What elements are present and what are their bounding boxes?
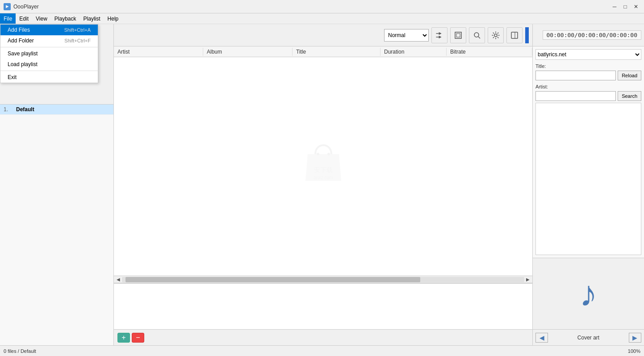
reload-button[interactable]: Reload	[618, 71, 641, 80]
lyrics-source-select[interactable]: batlyrics.net	[535, 49, 641, 60]
fit-window-button[interactable]	[450, 27, 466, 43]
remove-track-button[interactable]: −	[132, 333, 144, 343]
maximize-button[interactable]: □	[621, 2, 630, 11]
menu-load-playlist[interactable]: Load playlist	[0, 59, 98, 70]
scroll-right-arrow[interactable]: ▶	[524, 276, 531, 283]
menu-bar: File Edit View Playback Playlist Help Ad…	[0, 13, 644, 24]
main-toolbar: Normal Shuffle Repeat	[114, 24, 532, 46]
right-toolbar: 00:00:00/00:00:00/00:00:00	[533, 24, 644, 46]
menu-playback[interactable]: Playback	[51, 13, 80, 24]
scroll-left-arrow[interactable]: ◀	[115, 276, 122, 283]
lyrics-content: batlyrics.net Title: Reload Artist: Sear…	[533, 46, 644, 258]
search-lyrics-button[interactable]: Search	[618, 91, 641, 101]
playlist-item-name: Default	[16, 106, 34, 113]
col-bitrate: Bitrate	[447, 48, 532, 56]
close-button[interactable]: ✕	[631, 2, 640, 11]
cover-toolbar: ◀ Cover art ▶	[533, 329, 644, 345]
settings-button[interactable]	[488, 27, 504, 43]
svg-point-2	[474, 33, 479, 37]
status-bar: 0 files / Default 100%	[0, 345, 644, 356]
svg-text:anxz.com: anxz.com	[314, 175, 333, 180]
watermark: 安下载 anxz.com	[297, 136, 350, 197]
title-input[interactable]	[535, 71, 616, 80]
table-header: Artist Album Title Duration Bitrate	[114, 46, 532, 57]
separator-2	[0, 71, 98, 71]
col-artist: Artist	[114, 48, 203, 56]
shuffle-button[interactable]	[431, 27, 447, 43]
scrollbar-track[interactable]	[122, 277, 524, 282]
menu-playlist[interactable]: Playlist	[80, 13, 104, 24]
col-album: Album	[203, 48, 293, 56]
mode-select[interactable]: Normal Shuffle Repeat	[384, 29, 429, 42]
svg-line-3	[478, 37, 480, 38]
svg-point-7	[317, 153, 319, 155]
menu-exit[interactable]: Exit	[0, 72, 98, 83]
menu-add-folder[interactable]: Add Folder Shift+Ctrl+F	[0, 35, 98, 46]
playlist-item-num: 1.	[4, 106, 13, 113]
right-panel: 00:00:00/00:00:00/00:00:00 batlyrics.net…	[532, 24, 644, 345]
svg-rect-1	[456, 34, 460, 37]
cover-art-area: ♪	[533, 258, 644, 329]
music-note-icon: ♪	[580, 276, 598, 312]
app-title: OooPlayer	[13, 4, 39, 10]
bottom-panel: + −	[114, 283, 532, 345]
playlist-panel[interactable]: 1. Default	[0, 105, 113, 345]
menu-view[interactable]: View	[32, 13, 51, 24]
title-row: Reload	[535, 71, 641, 80]
cover-prev-button[interactable]: ◀	[535, 333, 548, 343]
artist-label: Artist:	[535, 84, 641, 89]
lyrics-text-area[interactable]	[535, 103, 641, 255]
center-panel: Normal Shuffle Repeat	[114, 24, 532, 345]
menu-save-playlist[interactable]: Save playlist	[0, 48, 98, 59]
svg-rect-5	[511, 32, 518, 38]
svg-text:安下载: 安下载	[314, 166, 333, 173]
track-list: 安下载 anxz.com	[114, 57, 532, 276]
svg-point-4	[494, 34, 497, 37]
search-button[interactable]	[469, 27, 485, 43]
lyrics-panel-button[interactable]	[506, 27, 523, 43]
svg-rect-0	[455, 32, 461, 38]
timer-display: 00:00:00/00:00:00/00:00:00	[543, 30, 642, 40]
title-bar: ▶ OooPlayer ─ □ ✕	[0, 0, 644, 13]
menu-add-files[interactable]: Add Files Shift+Ctrl+A	[0, 25, 98, 35]
menu-edit[interactable]: Edit	[16, 13, 32, 24]
menu-file[interactable]: File	[0, 13, 16, 24]
list-item[interactable]: 1. Default	[0, 105, 113, 115]
col-duration: Duration	[381, 48, 447, 56]
window-controls: ─ □ ✕	[610, 2, 640, 11]
file-dropdown: Add Files Shift+Ctrl+A Add Folder Shift+…	[0, 24, 98, 83]
app-icon: ▶	[4, 3, 11, 10]
title-label: Title:	[535, 63, 641, 69]
minimize-button[interactable]: ─	[610, 2, 619, 11]
cover-next-button[interactable]: ▶	[629, 333, 641, 343]
add-track-button[interactable]: +	[117, 333, 130, 343]
cover-art-label: Cover art	[577, 335, 599, 341]
zoom-level: 100%	[628, 348, 640, 354]
blue-accent-bar	[525, 27, 529, 43]
files-info: 0 files / Default	[4, 348, 36, 354]
horizontal-scrollbar[interactable]: ◀ ▶	[114, 276, 532, 283]
bottom-toolbar: + −	[114, 329, 532, 345]
artist-input[interactable]	[535, 91, 616, 101]
separator-1	[0, 47, 98, 47]
artist-row: Search	[535, 91, 641, 101]
menu-help[interactable]: Help	[104, 13, 122, 24]
col-title: Title	[293, 48, 381, 56]
svg-point-8	[327, 153, 330, 155]
scrollbar-thumb[interactable]	[125, 277, 420, 282]
